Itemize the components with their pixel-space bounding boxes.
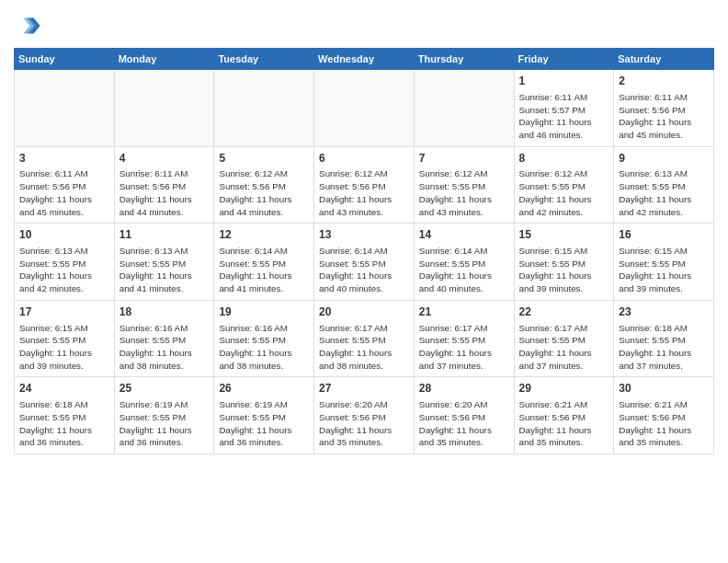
- day-number: 6: [319, 151, 409, 167]
- day-number: 12: [219, 227, 309, 243]
- calendar-week-5: 24Sunrise: 6:18 AM Sunset: 5:55 PM Dayli…: [15, 377, 714, 454]
- calendar-table: SundayMondayTuesdayWednesdayThursdayFrid…: [14, 48, 714, 454]
- day-info: Sunrise: 6:14 AM Sunset: 5:55 PM Dayligh…: [419, 245, 509, 295]
- day-number: 18: [119, 304, 210, 320]
- calendar-cell: 9Sunrise: 6:13 AM Sunset: 5:55 PM Daylig…: [614, 146, 714, 224]
- day-number: 26: [219, 381, 309, 396]
- day-info: Sunrise: 6:15 AM Sunset: 5:55 PM Dayligh…: [619, 245, 709, 295]
- day-info: Sunrise: 6:11 AM Sunset: 5:56 PM Dayligh…: [19, 167, 109, 218]
- calendar-cell: 25Sunrise: 6:19 AM Sunset: 5:55 PM Dayli…: [114, 377, 214, 454]
- day-number: 19: [219, 304, 309, 320]
- day-info: Sunrise: 6:20 AM Sunset: 5:56 PM Dayligh…: [419, 398, 509, 449]
- calendar-cell: 21Sunrise: 6:17 AM Sunset: 5:55 PM Dayli…: [414, 300, 514, 377]
- calendar-week-2: 3Sunrise: 6:11 AM Sunset: 5:56 PM Daylig…: [15, 146, 714, 224]
- day-info: Sunrise: 6:11 AM Sunset: 5:57 PM Dayligh…: [519, 91, 609, 142]
- day-info: Sunrise: 6:21 AM Sunset: 5:56 PM Dayligh…: [519, 398, 609, 449]
- calendar-cell: [314, 70, 415, 147]
- day-number: 17: [19, 304, 109, 320]
- day-number: 27: [319, 381, 409, 396]
- weekday-header-saturday: Saturday: [614, 49, 714, 70]
- day-info: Sunrise: 6:16 AM Sunset: 5:55 PM Dayligh…: [119, 322, 210, 373]
- day-info: Sunrise: 6:18 AM Sunset: 5:55 PM Dayligh…: [619, 322, 709, 373]
- calendar-cell: 29Sunrise: 6:21 AM Sunset: 5:56 PM Dayli…: [514, 377, 614, 454]
- day-number: 7: [419, 151, 509, 167]
- calendar-cell: 14Sunrise: 6:14 AM Sunset: 5:55 PM Dayli…: [414, 224, 514, 301]
- day-number: 28: [419, 381, 509, 396]
- calendar-cell: 10Sunrise: 6:13 AM Sunset: 5:55 PM Dayli…: [15, 224, 115, 301]
- calendar-week-1: 1Sunrise: 6:11 AM Sunset: 5:57 PM Daylig…: [15, 70, 714, 147]
- day-number: 24: [19, 381, 109, 396]
- calendar-cell: 13Sunrise: 6:14 AM Sunset: 5:55 PM Dayli…: [314, 224, 415, 301]
- day-info: Sunrise: 6:17 AM Sunset: 5:55 PM Dayligh…: [419, 322, 509, 373]
- day-number: 3: [19, 151, 109, 167]
- calendar-cell: 26Sunrise: 6:19 AM Sunset: 5:55 PM Dayli…: [214, 377, 314, 454]
- day-number: 2: [619, 74, 709, 89]
- weekday-header-wednesday: Wednesday: [314, 49, 415, 70]
- calendar-cell: 12Sunrise: 6:14 AM Sunset: 5:55 PM Dayli…: [214, 224, 314, 301]
- calendar-cell: [214, 70, 314, 147]
- calendar-cell: 2Sunrise: 6:11 AM Sunset: 5:56 PM Daylig…: [614, 70, 714, 147]
- day-info: Sunrise: 6:14 AM Sunset: 5:55 PM Dayligh…: [219, 245, 309, 295]
- day-number: 29: [519, 381, 609, 396]
- calendar-cell: 27Sunrise: 6:20 AM Sunset: 5:56 PM Dayli…: [314, 377, 415, 454]
- day-number: 1: [519, 74, 609, 89]
- day-number: 10: [19, 227, 109, 243]
- logo-icon: [16, 13, 41, 39]
- weekday-header-sunday: Sunday: [15, 49, 115, 70]
- day-info: Sunrise: 6:21 AM Sunset: 5:56 PM Dayligh…: [619, 398, 709, 449]
- day-info: Sunrise: 6:12 AM Sunset: 5:55 PM Dayligh…: [519, 167, 609, 218]
- calendar-cell: 7Sunrise: 6:12 AM Sunset: 5:55 PM Daylig…: [414, 146, 514, 224]
- day-number: 4: [119, 151, 210, 167]
- calendar-cell: 19Sunrise: 6:16 AM Sunset: 5:55 PM Dayli…: [214, 300, 314, 377]
- day-info: Sunrise: 6:19 AM Sunset: 5:55 PM Dayligh…: [119, 398, 210, 449]
- day-info: Sunrise: 6:11 AM Sunset: 5:56 PM Dayligh…: [119, 167, 210, 218]
- day-number: 25: [119, 381, 210, 396]
- calendar-cell: 6Sunrise: 6:12 AM Sunset: 5:56 PM Daylig…: [314, 146, 415, 224]
- day-info: Sunrise: 6:12 AM Sunset: 5:56 PM Dayligh…: [219, 167, 309, 218]
- calendar-cell: 8Sunrise: 6:12 AM Sunset: 5:55 PM Daylig…: [514, 146, 614, 224]
- day-number: 8: [519, 151, 609, 167]
- calendar-cell: 3Sunrise: 6:11 AM Sunset: 5:56 PM Daylig…: [15, 146, 115, 224]
- calendar-cell: 22Sunrise: 6:17 AM Sunset: 5:55 PM Dayli…: [514, 300, 614, 377]
- day-info: Sunrise: 6:15 AM Sunset: 5:55 PM Dayligh…: [19, 322, 109, 373]
- calendar-cell: [15, 70, 115, 147]
- calendar-week-4: 17Sunrise: 6:15 AM Sunset: 5:55 PM Dayli…: [15, 300, 714, 377]
- day-number: 13: [319, 227, 409, 243]
- calendar-cell: 15Sunrise: 6:15 AM Sunset: 5:55 PM Dayli…: [514, 224, 614, 301]
- calendar-cell: [414, 70, 514, 147]
- page-header: [14, 9, 714, 42]
- day-info: Sunrise: 6:16 AM Sunset: 5:55 PM Dayligh…: [219, 322, 309, 373]
- weekday-header-monday: Monday: [114, 49, 214, 70]
- calendar-cell: 16Sunrise: 6:15 AM Sunset: 5:55 PM Dayli…: [614, 224, 714, 301]
- day-info: Sunrise: 6:18 AM Sunset: 5:55 PM Dayligh…: [19, 398, 109, 449]
- weekday-header-friday: Friday: [514, 49, 614, 70]
- day-number: 23: [619, 304, 709, 320]
- weekday-header-thursday: Thursday: [414, 49, 514, 70]
- day-info: Sunrise: 6:13 AM Sunset: 5:55 PM Dayligh…: [119, 245, 210, 295]
- day-info: Sunrise: 6:13 AM Sunset: 5:55 PM Dayligh…: [19, 245, 109, 295]
- day-number: 5: [219, 151, 309, 167]
- day-number: 20: [319, 304, 409, 320]
- day-info: Sunrise: 6:20 AM Sunset: 5:56 PM Dayligh…: [319, 398, 409, 449]
- day-info: Sunrise: 6:14 AM Sunset: 5:55 PM Dayligh…: [319, 245, 409, 295]
- calendar-cell: 30Sunrise: 6:21 AM Sunset: 5:56 PM Dayli…: [614, 377, 714, 454]
- day-number: 15: [519, 227, 609, 243]
- calendar-cell: 20Sunrise: 6:17 AM Sunset: 5:55 PM Dayli…: [314, 300, 415, 377]
- day-info: Sunrise: 6:19 AM Sunset: 5:55 PM Dayligh…: [219, 398, 309, 449]
- day-number: 30: [619, 381, 709, 396]
- day-info: Sunrise: 6:13 AM Sunset: 5:55 PM Dayligh…: [619, 167, 709, 218]
- calendar-cell: 17Sunrise: 6:15 AM Sunset: 5:55 PM Dayli…: [15, 300, 115, 377]
- day-number: 21: [419, 304, 509, 320]
- day-info: Sunrise: 6:12 AM Sunset: 5:56 PM Dayligh…: [319, 167, 409, 218]
- day-info: Sunrise: 6:17 AM Sunset: 5:55 PM Dayligh…: [519, 322, 609, 373]
- day-info: Sunrise: 6:12 AM Sunset: 5:55 PM Dayligh…: [419, 167, 509, 218]
- day-number: 22: [519, 304, 609, 320]
- day-info: Sunrise: 6:11 AM Sunset: 5:56 PM Dayligh…: [619, 91, 709, 142]
- calendar-cell: 28Sunrise: 6:20 AM Sunset: 5:56 PM Dayli…: [414, 377, 514, 454]
- calendar-week-3: 10Sunrise: 6:13 AM Sunset: 5:55 PM Dayli…: [15, 224, 714, 301]
- day-info: Sunrise: 6:15 AM Sunset: 5:55 PM Dayligh…: [519, 245, 609, 295]
- calendar-cell: 23Sunrise: 6:18 AM Sunset: 5:55 PM Dayli…: [614, 300, 714, 377]
- calendar-cell: 11Sunrise: 6:13 AM Sunset: 5:55 PM Dayli…: [114, 224, 214, 301]
- calendar-cell: [114, 70, 214, 147]
- weekday-header-tuesday: Tuesday: [214, 49, 314, 70]
